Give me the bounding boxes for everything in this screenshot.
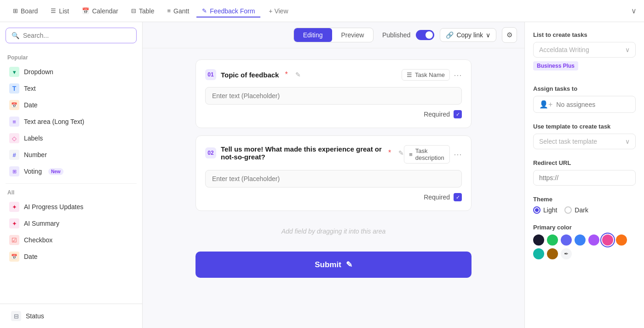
submit-button[interactable]: Submit ✎ [196, 252, 472, 278]
editing-toggle-button[interactable]: Editing [294, 28, 332, 42]
color-dropper-button[interactable]: ✒ [561, 248, 572, 259]
field-2-title-wrap: 02 Tell us more! What made this experien… [205, 145, 404, 161]
sidebar-item-text[interactable]: T Text [6, 80, 137, 97]
field-1-footer: Required ✓ [205, 110, 462, 118]
link-icon: 🔗 [446, 31, 454, 39]
color-dot-indigo[interactable] [561, 234, 572, 246]
sidebar-divider [6, 183, 137, 184]
ai-summary-icon: ✦ [9, 218, 19, 228]
sidebar-item-number[interactable]: # Number [6, 146, 137, 163]
search-wrap: 🔍 [0, 22, 142, 49]
sidebar-item-labels[interactable]: ◇ Labels [6, 130, 137, 146]
primary-color-label: Primary color [533, 224, 636, 231]
top-nav: ⊞ Board ☰ List 📅 Calendar ⊟ Table ≡ Gant… [0, 0, 644, 22]
field-2-required-label: Required [424, 193, 450, 201]
list-section-label: List to create tasks [533, 31, 636, 38]
form-icon: ✎ [202, 7, 207, 14]
edit-preview-toggle: Editing Preview [293, 28, 374, 42]
form-field-1: 01 Topic of feedback * ✎ ☰ Task Name ⋯ [196, 59, 472, 128]
theme-row: Light Dark [533, 206, 636, 214]
dropdown-icon: ▾ [9, 67, 19, 77]
labels-icon: ◇ [9, 133, 19, 143]
board-icon: ⊞ [13, 7, 18, 14]
theme-dark-option[interactable]: Dark [564, 206, 588, 214]
sidebar-item-ai-progress[interactable]: ✦ AI Progress Updates [6, 199, 137, 215]
list-select[interactable]: Acceldata Writing ∨ [533, 42, 636, 58]
sidebar-scroll: Popular ▾ Dropdown T Text 📅 Date ≡ Text … [0, 49, 142, 304]
theme-dark-radio[interactable] [564, 206, 572, 214]
form-toolbar: Editing Preview Published 🔗 Copy link ∨ … [143, 22, 524, 48]
tab-table[interactable]: ⊟ Table [126, 5, 160, 18]
field-2-type-badge[interactable]: ≡ Task description [404, 145, 450, 164]
tab-gantt[interactable]: ≡ Gantt [161, 5, 195, 18]
color-dot-blue[interactable] [575, 234, 586, 246]
color-dot-green[interactable] [547, 234, 558, 246]
color-dot-purple[interactable] [588, 234, 599, 246]
submit-edit-icon: ✎ [346, 260, 352, 269]
field-2-number: 02 [205, 147, 216, 158]
tab-list[interactable]: ☰ List [45, 5, 75, 18]
right-panel: List to create tasks Acceldata Writing ∨… [524, 22, 644, 328]
add-view-button[interactable]: + View [264, 5, 293, 18]
field-2-header-right: ≡ Task description ⋯ [404, 145, 462, 164]
field-1-required-checkbox[interactable]: ✓ [454, 110, 462, 118]
template-chevron-icon: ∨ [625, 138, 630, 145]
published-toggle[interactable] [416, 30, 434, 40]
tab-calendar[interactable]: 📅 Calendar [76, 5, 124, 18]
field-2-more-button[interactable]: ⋯ [454, 149, 462, 159]
list-icon: ☰ [51, 7, 56, 14]
sidebar-item-checkbox[interactable]: ☑ Checkbox [6, 232, 137, 248]
sidebar-item-date[interactable]: 📅 Date [6, 97, 137, 113]
color-dot-brown[interactable] [547, 248, 558, 259]
field-2-edit-icon[interactable]: ✎ [398, 149, 404, 157]
color-dot-orange[interactable] [616, 234, 627, 246]
left-sidebar: 🔍 Popular ▾ Dropdown T Text 📅 Date ≡ Tex… [0, 22, 143, 328]
all-section-label: All [6, 189, 137, 196]
field-1-input[interactable] [205, 87, 462, 105]
field-1-edit-icon[interactable]: ✎ [295, 71, 301, 78]
assign-section: Assign tasks to 👤+ No assignees [533, 85, 636, 113]
color-grid: ✒ [533, 234, 636, 259]
redirect-input[interactable] [533, 170, 636, 186]
sidebar-item-dropdown[interactable]: ▾ Dropdown [6, 64, 137, 80]
template-section-label: Use template to create task [533, 123, 636, 130]
template-section: Use template to create task Select task … [533, 123, 636, 149]
theme-light-radio[interactable] [533, 206, 540, 214]
field-2-input[interactable] [205, 170, 462, 187]
sidebar-item-textarea[interactable]: ≡ Text area (Long Text) [6, 113, 137, 130]
field-2-title: Tell us more! What made this experience … [221, 145, 382, 161]
theme-light-option[interactable]: Light [533, 206, 557, 214]
preview-toggle-button[interactable]: Preview [332, 28, 374, 42]
tab-feedback-form[interactable]: ✎ Feedback Form [196, 5, 260, 18]
add-person-icon: 👤+ [539, 100, 552, 109]
list-section: List to create tasks Acceldata Writing ∨… [533, 31, 636, 75]
field-2-required-checkbox[interactable]: ✓ [454, 193, 462, 201]
redirect-section: Redirect URL [533, 159, 636, 186]
field-1-more-button[interactable]: ⋯ [454, 70, 462, 80]
copy-link-button[interactable]: 🔗 Copy link ∨ [440, 28, 496, 42]
popular-section-label: Popular [6, 54, 137, 61]
table-icon: ⊟ [131, 7, 136, 14]
settings-button[interactable]: ⚙ [502, 27, 517, 43]
sidebar-item-ai-summary[interactable]: ✦ AI Summary [6, 215, 137, 232]
template-select[interactable]: Select task template ∨ [533, 134, 636, 149]
ai-progress-icon: ✦ [9, 202, 19, 212]
sidebar-item-voting[interactable]: ⊞ Voting New [6, 163, 137, 180]
published-label: Published [382, 31, 411, 39]
color-dot-pink[interactable] [602, 234, 613, 246]
sidebar-item-date2[interactable]: 📅 Date [6, 248, 137, 265]
field-2-required-star: * [388, 149, 391, 157]
color-dot-dark-navy[interactable] [533, 234, 544, 246]
number-icon: # [9, 150, 19, 160]
field-1-header: 01 Topic of feedback * ✎ ☰ Task Name ⋯ [205, 69, 462, 81]
list-chevron-icon: ∨ [625, 46, 630, 53]
field-1-type-badge[interactable]: ☰ Task Name [402, 69, 450, 81]
voting-icon: ⊞ [9, 166, 19, 176]
redirect-section-label: Redirect URL [533, 159, 636, 166]
sidebar-item-status[interactable]: ⊟ Status [7, 308, 135, 324]
nav-chevron-button[interactable]: ∨ [631, 6, 637, 15]
search-input[interactable] [23, 32, 131, 39]
tab-board[interactable]: ⊞ Board [7, 5, 43, 18]
color-dot-teal[interactable] [533, 248, 544, 259]
assign-row[interactable]: 👤+ No assignees [533, 96, 636, 113]
